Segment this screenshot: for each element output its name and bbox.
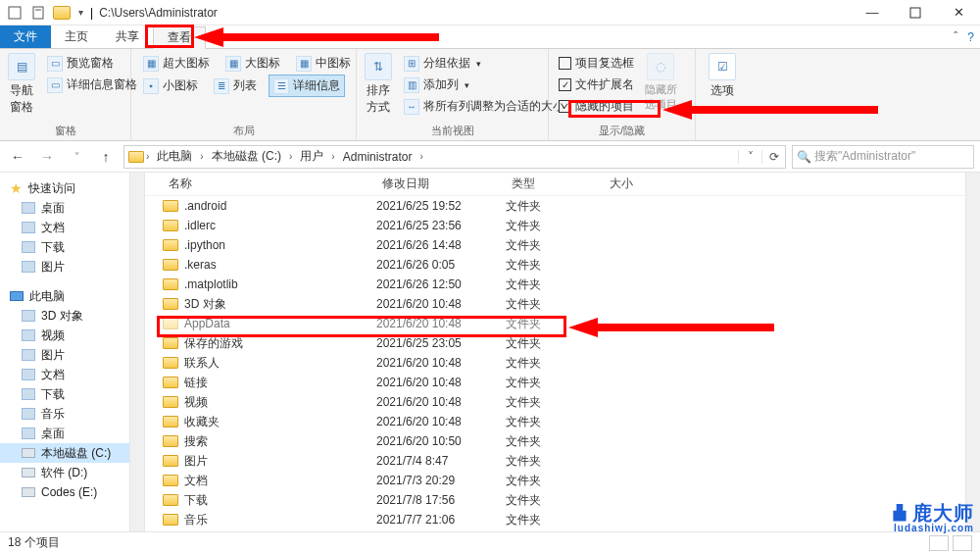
qat-props-icon[interactable]: [4, 2, 25, 24]
minimize-button[interactable]: —: [851, 0, 894, 25]
file-name: 文档: [184, 473, 208, 489]
view-mode-details-icon[interactable]: [929, 535, 949, 551]
layout-details[interactable]: ☰详细信息: [269, 75, 345, 97]
file-list[interactable]: 名称 修改日期 类型 大小 .android2021/6/25 19:52文件夹…: [145, 173, 980, 531]
checkbox-hidden-items[interactable]: ✓隐藏的项目: [557, 96, 636, 117]
breadcrumb[interactable]: › 此电脑› 本地磁盘 (C:)› 用户› Administrator› ˅ ⟳: [123, 145, 786, 169]
pictures-icon: [22, 349, 35, 361]
qat-dropdown-icon[interactable]: ▾: [74, 2, 86, 24]
ribbon-collapse-icon[interactable]: ˆ: [954, 30, 957, 44]
folder-icon: [163, 435, 178, 447]
file-name: 3D 对象: [184, 296, 226, 313]
nav-quick-downloads[interactable]: 下载: [0, 237, 144, 257]
file-row[interactable]: 收藏夹2021/6/20 10:48文件夹: [145, 412, 980, 431]
addr-dropdown-icon[interactable]: ˅: [738, 150, 761, 164]
nav-pc-drive-d[interactable]: 软件 (D:): [0, 463, 144, 482]
file-row[interactable]: .idlerc2021/6/25 23:56文件夹: [145, 216, 980, 235]
file-row[interactable]: 视频2021/6/20 10:48文件夹: [145, 392, 980, 412]
quick-access-toolbar: ▾: [0, 2, 90, 24]
tab-home[interactable]: 主页: [51, 25, 102, 48]
add-columns-button[interactable]: ▥添加列▾: [400, 75, 568, 95]
file-type: 文件夹: [506, 237, 604, 254]
checkbox-item-checkboxes[interactable]: 项目复选框: [557, 53, 636, 74]
tab-share[interactable]: 共享: [102, 25, 153, 48]
file-row[interactable]: AppData2021/6/20 10:48文件夹: [145, 314, 980, 333]
crumb-3[interactable]: Administrator: [337, 146, 418, 168]
file-row[interactable]: 文档2021/7/3 20:29文件夹: [145, 471, 980, 490]
nav-up-button[interactable]: ↑: [94, 145, 118, 169]
preview-pane-button[interactable]: ▭预览窗格: [43, 53, 141, 74]
file-row[interactable]: 下载2021/7/8 17:56文件夹: [145, 490, 980, 510]
sort-by-button[interactable]: ⇅ 排序方式: [365, 53, 392, 116]
file-name: 音乐: [184, 512, 208, 528]
layout-list[interactable]: ≣列表: [210, 75, 261, 97]
hide-selected-button[interactable]: ◌ 隐藏所选项目: [644, 53, 677, 112]
search-input[interactable]: 🔍 搜索"Administrator": [792, 145, 974, 169]
file-row[interactable]: 链接2021/6/20 10:48文件夹: [145, 373, 980, 392]
options-button[interactable]: ☑ 选项: [704, 53, 741, 99]
nav-back-button[interactable]: ←: [6, 145, 29, 169]
crumb-0[interactable]: 此电脑: [151, 146, 198, 168]
folder-icon: [163, 455, 178, 467]
column-headers[interactable]: 名称 修改日期 类型 大小: [145, 173, 980, 196]
autosize-columns-button[interactable]: ↔将所有列调整为合适的大小: [400, 96, 568, 117]
nav-tree[interactable]: ★快速访问 桌面 文档 下载 图片 此电脑 3D 对象 视频 图片 文档 下载 …: [0, 173, 145, 531]
documents-icon: [22, 222, 35, 233]
crumb-2[interactable]: 用户: [294, 146, 329, 168]
nav-scrollbar[interactable]: [129, 173, 144, 531]
file-type: 文件夹: [506, 296, 604, 313]
tab-view[interactable]: 查看: [153, 26, 206, 49]
tab-file[interactable]: 文件: [0, 25, 51, 48]
group-by-button[interactable]: ⊞分组依据▾: [400, 53, 568, 74]
col-size[interactable]: 大小: [604, 176, 682, 192]
file-row[interactable]: .matplotlib2021/6/26 12:50文件夹: [145, 275, 980, 294]
nav-pc-pictures[interactable]: 图片: [0, 345, 144, 365]
file-row[interactable]: 搜索2021/6/20 10:50文件夹: [145, 431, 980, 451]
ribbon-tabs: 文件 主页 共享 查看 ˆ ?: [0, 25, 980, 49]
file-row[interactable]: NTUSER.DAT2021/7/8 0:21DAT 文件5,120 KB: [145, 529, 980, 531]
col-date[interactable]: 修改日期: [376, 176, 506, 192]
file-row[interactable]: 保存的游戏2021/6/25 23:05文件夹: [145, 333, 980, 353]
file-name: 联系人: [184, 355, 220, 372]
maximize-button[interactable]: [894, 0, 937, 25]
nav-pc-drive-e[interactable]: Codes (E:): [0, 482, 144, 502]
nav-recent-button[interactable]: ˅: [65, 145, 88, 169]
checkbox-file-extensions[interactable]: ✓文件扩展名: [557, 75, 636, 95]
nav-quick-desktop[interactable]: 桌面: [0, 198, 144, 218]
nav-forward-button[interactable]: →: [35, 145, 59, 169]
col-name[interactable]: 名称: [163, 176, 376, 192]
nav-pc-3d[interactable]: 3D 对象: [0, 306, 144, 326]
nav-pc-videos[interactable]: 视频: [0, 326, 144, 345]
nav-quick-access[interactable]: ★快速访问: [0, 178, 144, 198]
crumb-1[interactable]: 本地磁盘 (C:): [206, 146, 287, 168]
nav-pc-drive-c[interactable]: 本地磁盘 (C:): [0, 443, 144, 463]
nav-pc-music[interactable]: 音乐: [0, 404, 144, 424]
qat-new-icon[interactable]: [27, 2, 49, 24]
layout-large[interactable]: ▦大图标: [221, 53, 284, 74]
file-row[interactable]: .android2021/6/25 19:52文件夹: [145, 196, 980, 216]
refresh-icon[interactable]: ⟳: [761, 150, 785, 164]
help-icon[interactable]: ?: [967, 30, 974, 44]
file-row[interactable]: .keras2021/6/26 0:05文件夹: [145, 255, 980, 275]
nav-pane-button[interactable]: ▤ 导航窗格: [8, 53, 35, 116]
file-row[interactable]: 3D 对象2021/6/20 10:48文件夹: [145, 294, 980, 314]
view-mode-large-icon[interactable]: [953, 535, 972, 551]
file-row[interactable]: 音乐2021/7/7 21:06文件夹: [145, 510, 980, 529]
nav-quick-documents[interactable]: 文档: [0, 218, 144, 237]
nav-this-pc[interactable]: 此电脑: [0, 286, 144, 306]
col-type[interactable]: 类型: [506, 176, 604, 192]
file-row[interactable]: .ipython2021/6/26 14:48文件夹: [145, 235, 980, 255]
layout-medium[interactable]: ▦中图标: [292, 53, 355, 74]
file-row[interactable]: 图片2021/7/4 8:47文件夹: [145, 451, 980, 471]
nav-quick-pictures[interactable]: 图片: [0, 257, 144, 276]
file-row[interactable]: 联系人2021/6/20 10:48文件夹: [145, 353, 980, 373]
nav-pc-desktop[interactable]: 桌面: [0, 424, 144, 443]
close-button[interactable]: ✕: [937, 0, 980, 25]
details-pane-button[interactable]: ▭详细信息窗格: [43, 75, 141, 95]
file-scrollbar[interactable]: [965, 173, 980, 531]
nav-pc-downloads[interactable]: 下载: [0, 384, 144, 404]
layout-small[interactable]: ▪小图标: [139, 75, 202, 97]
nav-pc-documents[interactable]: 文档: [0, 365, 144, 384]
layout-extra-large[interactable]: ▦超大图标: [139, 53, 214, 74]
group-panes-label: 窗格: [8, 122, 122, 138]
